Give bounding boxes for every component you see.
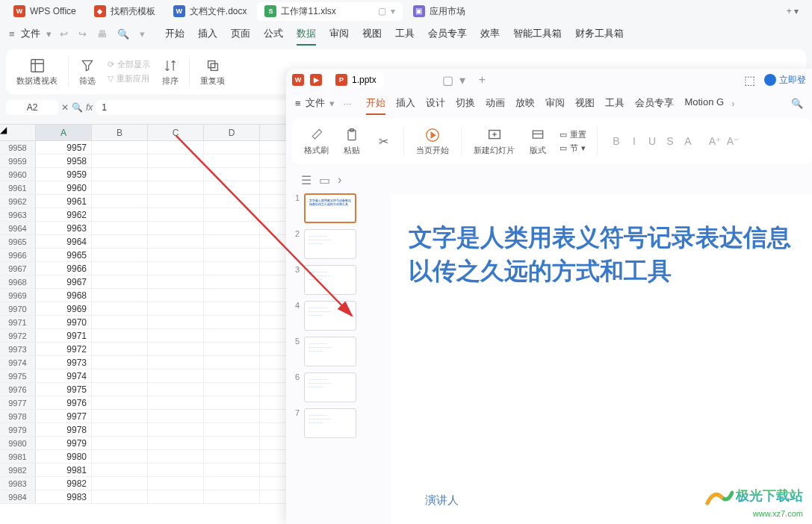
cell[interactable] (204, 437, 260, 449)
chevron-right-icon[interactable]: › (338, 173, 341, 187)
cell[interactable]: 9983 (36, 490, 92, 503)
window-tab[interactable]: W文档文件.docx (166, 2, 255, 21)
cell[interactable] (204, 222, 260, 234)
new-tab-button[interactable]: + (479, 73, 486, 87)
slide-thumbnail[interactable]: — — — — —— — — — — —— — — — (304, 229, 356, 259)
cell[interactable] (148, 275, 204, 288)
toolbar-icon[interactable]: ↪ (78, 28, 87, 40)
row-header[interactable]: 9959 (0, 155, 36, 167)
window-tab[interactable]: ▣应用市场 (406, 2, 473, 21)
cell[interactable] (148, 450, 204, 463)
dropdown-icon[interactable]: ▾ (459, 73, 465, 87)
file-menu[interactable]: 文件 (21, 27, 40, 40)
cell[interactable]: 9981 (36, 464, 92, 476)
cell[interactable]: 9980 (36, 450, 92, 463)
cell[interactable]: 9970 (36, 316, 92, 328)
cell[interactable]: 9979 (36, 437, 92, 449)
ppt-menu-item[interactable]: 审阅 (545, 96, 565, 110)
cell[interactable] (148, 316, 204, 328)
cell[interactable]: 9961 (36, 195, 92, 208)
cell[interactable] (204, 423, 260, 436)
cell[interactable] (92, 155, 148, 167)
cell[interactable] (92, 369, 148, 382)
row-header[interactable]: 9978 (0, 410, 36, 422)
row-header[interactable]: 9982 (0, 464, 36, 476)
cell[interactable]: 9960 (36, 181, 92, 194)
cell[interactable]: 9982 (36, 477, 92, 490)
row-header[interactable]: 9966 (0, 249, 36, 261)
cell[interactable] (92, 464, 148, 476)
cell[interactable] (92, 343, 148, 355)
reapply-button[interactable]: ▽重新应用 (108, 73, 150, 84)
font-decrease-button[interactable]: A⁻ (725, 133, 741, 149)
row-header[interactable]: 9967 (0, 262, 36, 275)
slide-thumbnail[interactable]: — — — — —— — — — — —— — — — (304, 372, 356, 402)
show-all-button[interactable]: ⟳全部显示 (108, 59, 150, 70)
slide-thumbnail[interactable]: — — — — —— — — — — —— — — — (304, 337, 356, 367)
row-header[interactable]: 9964 (0, 222, 36, 234)
cell[interactable] (148, 396, 204, 409)
toolbar-icon[interactable]: ▾ (140, 28, 145, 40)
row-header[interactable]: 9970 (0, 302, 36, 315)
column-header[interactable]: B (92, 125, 148, 140)
ppt-menu-item[interactable]: Motion G (684, 96, 724, 110)
window-tab[interactable]: WWPS Office (6, 2, 84, 20)
row-header[interactable]: 9958 (0, 141, 36, 154)
cell[interactable] (92, 396, 148, 409)
cell[interactable] (204, 396, 260, 409)
cell[interactable]: 9963 (36, 222, 92, 234)
font-a-button[interactable]: A (680, 133, 696, 149)
cell[interactable] (204, 477, 260, 490)
cell[interactable] (204, 410, 260, 422)
cell[interactable] (204, 262, 260, 275)
pivot-table-button[interactable]: 数据透视表 (10, 54, 63, 90)
cell[interactable] (92, 249, 148, 261)
cell[interactable] (148, 222, 204, 234)
row-header[interactable]: 9984 (0, 490, 36, 503)
cell[interactable] (148, 383, 204, 396)
menu-item-会员专享[interactable]: 会员专享 (428, 27, 467, 40)
ppt-menu-item[interactable]: 工具 (605, 96, 625, 110)
play-current-button[interactable]: 当页开始 (410, 124, 455, 159)
cancel-icon[interactable]: ✕ (61, 102, 69, 113)
cell[interactable] (92, 356, 148, 369)
row-header[interactable]: 9971 (0, 316, 36, 328)
duplicates-button[interactable]: 重复项 (194, 54, 231, 90)
cell[interactable] (92, 490, 148, 503)
cell[interactable] (204, 316, 260, 328)
chevron-down-icon[interactable]: ▾ (329, 98, 335, 109)
cell[interactable] (148, 369, 204, 382)
cell[interactable] (148, 490, 204, 503)
row-header[interactable]: 9980 (0, 437, 36, 449)
toolbar-icon[interactable]: 🔍 (117, 28, 129, 40)
cell[interactable]: 9973 (36, 356, 92, 369)
cell[interactable] (92, 316, 148, 328)
cell[interactable] (148, 168, 204, 181)
menu-item-插入[interactable]: 插入 (198, 27, 217, 40)
file-menu[interactable]: 文件 (306, 96, 325, 110)
toolbar-icon[interactable]: ↩ (60, 28, 68, 40)
cell[interactable] (204, 450, 260, 463)
cell[interactable] (92, 437, 148, 449)
font-i-button[interactable]: I (626, 133, 642, 149)
cell[interactable] (148, 302, 204, 315)
font-increase-button[interactable]: A⁺ (707, 133, 723, 149)
cell[interactable] (92, 450, 148, 463)
cell[interactable] (204, 490, 260, 503)
menu-item-页面[interactable]: 页面 (231, 27, 250, 40)
row-header[interactable]: 9981 (0, 450, 36, 463)
cell[interactable] (204, 141, 260, 154)
font-s-button[interactable]: S (662, 133, 678, 149)
cell[interactable]: 9962 (36, 208, 92, 221)
menu-item-视图[interactable]: 视图 (362, 27, 382, 40)
cell[interactable] (148, 181, 204, 194)
column-header[interactable]: C (148, 125, 204, 140)
window-tab[interactable]: S工作簿11.xlsx▢▾ (257, 2, 402, 21)
menu-item-财务工具箱[interactable]: 财务工具箱 (575, 27, 624, 40)
more-menu[interactable]: ··· (344, 98, 352, 109)
window-tab[interactable]: ◆找稻壳模板 (87, 2, 163, 21)
cell[interactable]: 9971 (36, 329, 92, 342)
cell[interactable] (148, 235, 204, 248)
slide-canvas[interactable]: 文字是人类用表义符号记录表达信息以传之久远的方式和工具 演讲人 (391, 194, 812, 524)
cell[interactable] (204, 155, 260, 167)
